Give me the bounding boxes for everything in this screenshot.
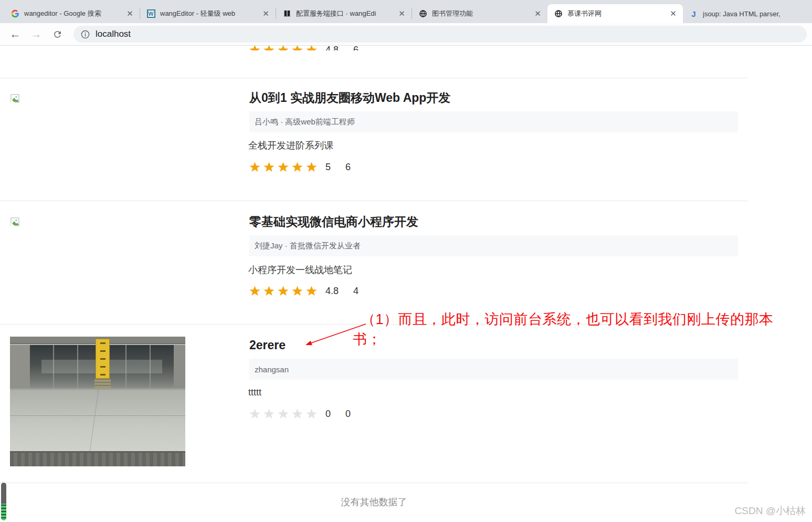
star-filled-icon: [306, 286, 317, 297]
close-icon[interactable]: ✕: [125, 9, 134, 18]
star-filled-icon: [249, 286, 260, 297]
tab-label: jsoup: Java HTML parser,: [703, 10, 799, 18]
annotation-arrow: [299, 319, 373, 350]
book-rating-row: 4.8 4: [249, 286, 358, 297]
tab-label: 配置服务端接口 · wangEdi: [296, 9, 397, 18]
tab-label: 慕课书评网: [567, 9, 669, 18]
photo-wall: [10, 345, 30, 388]
book-author: 刘捷Jay · 首批微信开发从业者: [255, 241, 361, 251]
divider: [0, 201, 748, 201]
back-button[interactable]: ←: [7, 26, 23, 42]
book-title[interactable]: 2erere: [249, 338, 286, 352]
star-filled-icon: [306, 46, 317, 50]
no-more-data-text: 没有其他数据了: [0, 496, 748, 508]
book-title[interactable]: 从0到1 实战朋友圈移动Web App开发: [249, 90, 450, 106]
star-rating: [249, 162, 320, 173]
rating-score: 4.8: [325, 46, 339, 50]
photo-plaza-seam: [10, 415, 185, 416]
star-filled-icon: [263, 46, 275, 50]
browser-window: wangeditor - Google 搜索 ✕ W wangEditor - …: [0, 0, 812, 522]
broken-image-icon[interactable]: [10, 94, 19, 103]
review-count: 6: [353, 46, 358, 50]
tab-label: wangeditor - Google 搜索: [24, 9, 125, 18]
review-count: 0: [345, 409, 351, 420]
review-count: 4: [353, 286, 358, 297]
star-filled-icon: [249, 162, 260, 173]
rating-score: 4.8: [325, 286, 339, 297]
globe-icon: [554, 9, 563, 18]
reload-button[interactable]: [49, 26, 65, 42]
book-author-bar: 刘捷Jay · 首批微信开发从业者: [249, 235, 738, 256]
broken-image-icon[interactable]: [10, 217, 19, 226]
tab-wangeditor-site[interactable]: W wangEditor - 轻量级 web ✕: [140, 4, 276, 23]
book-desc: 小程序开发一线战地笔记: [248, 264, 352, 276]
star-empty-icon: [263, 409, 275, 420]
divider: [0, 78, 748, 78]
close-icon[interactable]: ✕: [669, 9, 678, 18]
browser-toolbar: ← → localhost: [0, 23, 812, 46]
photo-yellow-sign: [96, 339, 110, 379]
rating-score: 5: [325, 162, 331, 173]
star-rating: [249, 46, 320, 50]
book-author: zhangsan: [255, 365, 289, 374]
tab-book-admin[interactable]: 图书管理功能 ✕: [412, 4, 547, 23]
jsoup-icon: J: [689, 9, 698, 18]
close-icon[interactable]: ✕: [397, 9, 406, 18]
google-icon: [10, 9, 19, 18]
globe-icon: [418, 9, 427, 18]
photo-wall: [174, 345, 185, 388]
close-icon[interactable]: ✕: [533, 9, 542, 18]
csdn-watermark: CSDN @小枯林: [735, 504, 806, 518]
book-rating-row: 5 6: [249, 162, 351, 173]
tab-mooc-book-review-active[interactable]: 慕课书评网 ✕: [547, 4, 683, 23]
star-filled-icon: [278, 286, 289, 297]
rating-score: 0: [325, 409, 331, 420]
tab-label: wangEditor - 轻量级 web: [160, 9, 261, 18]
star-rating: [249, 409, 320, 420]
review-count: 6: [345, 162, 351, 173]
url-text: localhost: [96, 29, 131, 39]
star-empty-icon: [249, 409, 260, 420]
star-filled-icon: [292, 46, 303, 50]
book-rating-row: 0 0: [249, 409, 351, 420]
tab-jsoup[interactable]: J jsoup: Java HTML parser,: [683, 4, 805, 23]
address-bar[interactable]: localhost: [73, 26, 807, 43]
star-filled-icon: [263, 162, 275, 173]
divider: [0, 483, 748, 483]
annotation-line1: （1）而且，此时，访问前台系统，也可以看到我们刚上传的那本: [361, 310, 774, 329]
tab-server-config[interactable]: 配置服务端接口 · wangEdi ✕: [276, 4, 412, 23]
star-filled-icon: [249, 46, 260, 50]
photo-plaza: [10, 390, 185, 451]
tab-strip: wangeditor - Google 搜索 ✕ W wangEditor - …: [0, 0, 812, 23]
book-icon: [282, 9, 291, 18]
star-filled-icon: [306, 162, 317, 173]
star-empty-icon: [292, 409, 303, 420]
book-author-bar: zhangsan: [249, 359, 738, 380]
clipped-rating-row: 4.8 6: [249, 46, 417, 50]
tab-wangeditor-search[interactable]: wangeditor - Google 搜索 ✕: [4, 4, 140, 23]
star-filled-icon: [263, 286, 275, 297]
star-empty-icon: [306, 409, 317, 420]
site-info-icon[interactable]: [81, 30, 90, 39]
star-filled-icon: [278, 162, 289, 173]
close-icon[interactable]: ✕: [261, 9, 270, 18]
book-author-bar: 吕小鸣 · 高级web前端工程师: [249, 111, 738, 132]
tab-label: 图书管理功能: [432, 9, 533, 18]
page-content: 4.8 6 从0到1 实战朋友圈移动Web App开发 吕小鸣 · 高级web前…: [0, 46, 812, 522]
wangeditor-icon: W: [146, 9, 155, 18]
forward-button[interactable]: →: [28, 26, 44, 42]
photo-step: [10, 451, 185, 466]
book-desc: 全栈开发进阶系列课: [248, 139, 333, 152]
book-cover-photo[interactable]: [10, 337, 185, 466]
book-author: 吕小鸣 · 高级web前端工程师: [255, 117, 355, 127]
progress-indicator: [1, 483, 6, 520]
star-filled-icon: [292, 286, 303, 297]
book-title[interactable]: 零基础实现微信电商小程序开发: [249, 214, 418, 230]
star-empty-icon: [278, 409, 289, 420]
star-filled-icon: [292, 162, 303, 173]
book-desc: ttttt: [248, 387, 261, 398]
star-filled-icon: [278, 46, 289, 50]
star-rating: [249, 286, 320, 297]
